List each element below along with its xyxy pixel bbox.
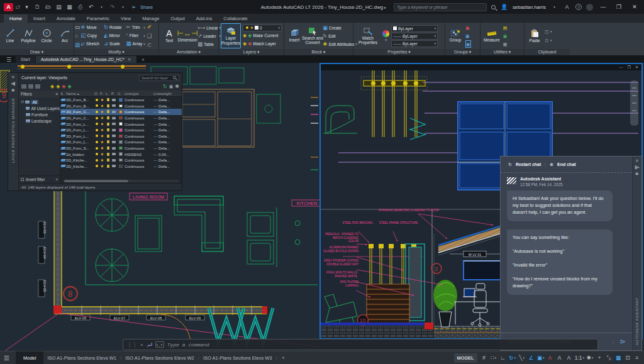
layer-lock-icon[interactable] [107, 165, 109, 168]
cut-clip-icon[interactable]: 🗋▾ [545, 36, 552, 44]
layer-plot-icon[interactable] [112, 135, 116, 137]
object-snap-icon[interactable]: ▣▾ [536, 353, 545, 363]
layer-color-swatch[interactable] [119, 152, 123, 156]
layer-lineweight[interactable]: Defa... [153, 158, 182, 162]
minimize-button[interactable]: — [597, 4, 609, 10]
linear-button[interactable]: ⟷Linear▾ [197, 24, 221, 31]
trim-button[interactable]: ✂Trim▾ [126, 24, 145, 31]
modify-panel-label[interactable]: Modify ▾ [74, 49, 158, 55]
search-prev-icon[interactable]: ▸ [381, 3, 389, 11]
measure-button[interactable]: Measure [482, 23, 501, 48]
layer-on-icon[interactable] [96, 165, 98, 167]
ribbon-tab[interactable]: Output [165, 14, 191, 23]
layer-row[interactable]: 2D_Furn_C... Continuous Defa... [60, 109, 182, 115]
command-grip-icon[interactable]: ⋮⋮ [127, 342, 137, 348]
invert-filter-row[interactable]: Invert filter « [19, 175, 60, 183]
layer-row[interactable]: 2D_Furn_L... Continuous Defa... [60, 121, 182, 127]
utilities-panel-label[interactable]: Utilities ▾ [480, 49, 524, 55]
group-select-icon[interactable]: ▣ [465, 40, 471, 48]
layer-lock-icon[interactable] [107, 123, 109, 126]
layer-lineweight[interactable]: Defa... [153, 146, 182, 150]
scale-button[interactable]: ⊿Scale [104, 40, 122, 48]
ribbon-tab[interactable]: Insert [28, 14, 51, 23]
layer-lock-icon[interactable] [107, 158, 109, 162]
layer-linetype[interactable]: Continuous [125, 104, 153, 108]
array-button[interactable]: ▦Array▾ [126, 40, 145, 48]
snap-mode-icon[interactable]: ∷▾ [489, 353, 498, 363]
layer-plot-icon[interactable] [112, 123, 116, 125]
filter-item-landscape[interactable]: Landscape [26, 118, 60, 124]
paste-button[interactable]: Paste [526, 23, 543, 48]
id-point-icon[interactable]: ▣ [503, 32, 508, 40]
layer-color-swatch[interactable] [119, 140, 123, 144]
match-layer-button[interactable]: ◈◈Match Layer [243, 40, 282, 48]
restart-chat-button[interactable]: Restart chat [516, 162, 541, 167]
status-menu-icon[interactable]: ≡ [633, 353, 641, 363]
user-avatar-icon[interactable]: 👤 [500, 3, 508, 11]
layer-freeze-icon[interactable] [101, 146, 104, 150]
layer-lock-icon[interactable] [107, 135, 109, 138]
line-button[interactable]: Line [2, 23, 18, 48]
tray-icon[interactable]: ▦ [614, 353, 623, 363]
layer-color-swatch[interactable] [119, 104, 123, 108]
save-icon[interactable]: ▤ [55, 3, 63, 11]
layers-panel-label[interactable]: Layers ▾ [219, 49, 284, 55]
layer-row[interactable]: 2d_hidden HIDDEN2 0.00... [60, 151, 182, 157]
layer-freeze-icon[interactable] [101, 128, 104, 131]
layer-plot-icon[interactable] [112, 99, 116, 101]
annotation-monitor-icon[interactable]: A [546, 353, 555, 363]
layer-freeze-icon[interactable] [101, 104, 104, 108]
layer-lineweight[interactable]: Defa... [153, 97, 182, 102]
layer-row[interactable]: 2D_Furn_L... Continuous Defa... [60, 139, 182, 145]
layer-lineweight[interactable]: Defa... [153, 164, 182, 168]
ribbon-tab[interactable]: Collaborate [218, 14, 253, 23]
layer-lineweight[interactable]: Defa... [153, 134, 182, 138]
undo-caret-icon[interactable]: ▾ [97, 3, 106, 11]
close-button[interactable]: ✕ [629, 4, 640, 10]
mirror-button[interactable]: ◭Mirror [104, 32, 122, 40]
annotation-scale-button[interactable]: 1:1▾ [574, 353, 585, 363]
autodesk-account-icon[interactable]: A [563, 3, 571, 11]
drawing-area[interactable]: 9 LIVING ROOM [0, 63, 644, 351]
new-layer-icon[interactable]: ◈ [50, 84, 54, 89]
create-block-button[interactable]: ▣Create [323, 24, 357, 31]
search-convert-button[interactable]: Search and Convert [304, 23, 321, 48]
layout-tab[interactable]: ISO A1-Plans Sections Elevs W1 [43, 355, 120, 361]
layer-columns-header[interactable]: S.Name ▴ O.F. L.P. C.Linetype Lineweight [60, 91, 182, 97]
layer-row[interactable]: 2D_Kitche... Continuous Defa... [60, 157, 182, 163]
palette-settings-icon[interactable]: ✱ [11, 88, 15, 93]
palette-autohide-icon[interactable]: ◂▮ [11, 81, 15, 86]
layer-color-swatch[interactable] [119, 128, 123, 132]
match-properties-button[interactable]: Match Properties [355, 23, 380, 48]
plot-icon[interactable]: ⎙ [76, 3, 84, 11]
layer-states-icon[interactable] [35, 84, 40, 89]
layer-plot-icon[interactable] [112, 141, 116, 143]
table-button[interactable]: ▦Table [197, 40, 221, 48]
delete-layer-icon[interactable]: ◈ [62, 84, 65, 89]
edit-block-button[interactable]: ✎Edit [323, 32, 357, 40]
collapse-filters-icon[interactable]: « [55, 92, 58, 96]
command-close-icon[interactable]: × [140, 342, 143, 348]
user-caret-icon[interactable]: ▾ [550, 3, 558, 11]
annotation-panel-label[interactable]: Annotation ▾ [159, 49, 218, 55]
refresh-icon[interactable]: ↻ [163, 84, 167, 89]
palette-close-icon[interactable]: ✕ [11, 75, 15, 80]
layer-properties-button[interactable]: Layer Properties [221, 23, 241, 48]
layer-linetype[interactable]: Continuous [125, 109, 153, 114]
new-layout-icon[interactable]: ＋ [277, 355, 290, 361]
quick-select-icon[interactable]: ▤ [503, 24, 508, 31]
customization-plus-icon[interactable]: ＋ [595, 353, 604, 363]
edit-attributes-button[interactable]: ❖Edit Attributes▾ [323, 40, 357, 48]
layer-lineweight[interactable]: Defa... [153, 140, 182, 144]
arc-button[interactable]: Arc [57, 23, 73, 48]
groups-panel-label[interactable]: Groups ▾ [445, 49, 480, 55]
ribbon-tab[interactable]: Annotate [51, 14, 81, 23]
menu-caret-icon[interactable]: ▾ [23, 3, 31, 11]
layer-on-icon[interactable] [96, 153, 98, 155]
layer-plot-icon[interactable] [112, 111, 116, 113]
autoscale-icon[interactable]: A [565, 353, 574, 363]
layer-dropdown[interactable]: 0 ▾ [243, 25, 282, 31]
layer-color-swatch[interactable] [119, 98, 123, 102]
layer-lineweight[interactable]: 0.00... [153, 152, 182, 157]
collapse-invert-icon[interactable]: « [55, 177, 58, 182]
